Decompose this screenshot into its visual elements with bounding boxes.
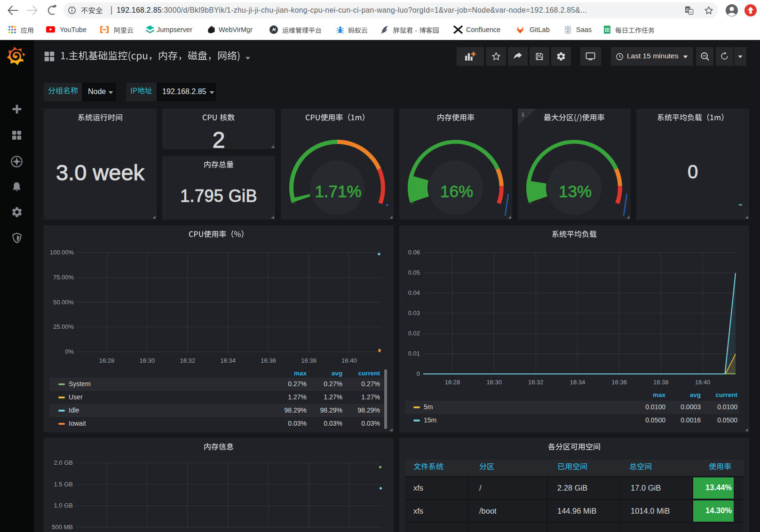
svg-text:i: i xyxy=(522,111,524,118)
svg-text:x: x xyxy=(690,10,692,14)
